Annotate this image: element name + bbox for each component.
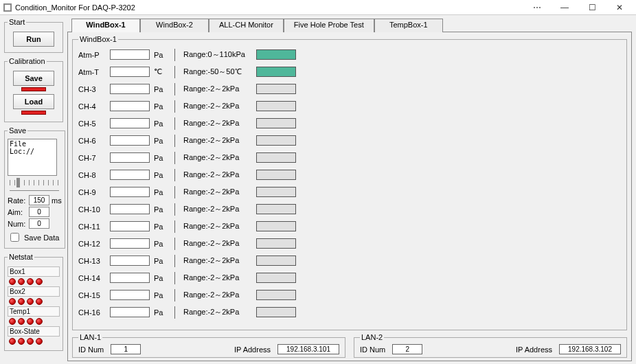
channel-unit: Pa [154, 51, 166, 59]
lan1-ip-label: IP Address [234, 345, 271, 354]
channel-value-input[interactable] [110, 152, 150, 163]
tab-windbox-1[interactable]: WindBox-1 [71, 19, 140, 32]
rate-slider-handle[interactable] [16, 178, 20, 187]
channel-row: CH-15PaRange:-2～2kPa [78, 286, 621, 304]
channel-unit: Pa [154, 188, 166, 196]
channel-unit: Pa [154, 223, 166, 231]
led-icon [36, 318, 43, 325]
channel-indicator [256, 204, 296, 214]
netstat-row-temp1: Temp1 [8, 306, 60, 325]
channel-value-input[interactable] [110, 84, 150, 94]
cal-save-button[interactable]: Save [13, 71, 54, 86]
run-button[interactable]: Run [13, 32, 54, 47]
led-icon [36, 278, 43, 285]
channel-row: CH-8PaRange:-2～2kPa [78, 166, 621, 183]
channel-name: CH-4 [78, 102, 106, 111]
channel-range: Range:-2～2kPa [183, 152, 252, 163]
save-group: Save File Loc:// Rate: ms Aim: Num: Save… [4, 126, 65, 249]
separator [174, 306, 175, 319]
channel-value-input[interactable] [110, 238, 150, 249]
lan1-legend: LAN-1 [78, 333, 102, 341]
channel-range: Range:-2～2kPa [183, 255, 252, 266]
channel-range: Range:-2～2kPa [183, 101, 252, 111]
separator [174, 135, 175, 147]
channel-range: Range:-2～2kPa [183, 204, 252, 214]
channel-indicator [256, 255, 296, 266]
lan1-id-label: ID Num [78, 345, 104, 354]
separator [174, 255, 175, 267]
close-button[interactable]: ✕ [606, 0, 633, 15]
cal-load-indicator [21, 111, 46, 115]
maximize-button[interactable]: ☐ [578, 0, 606, 15]
channel-range: Range:-2～2kPa [183, 238, 252, 249]
cal-save-indicator [21, 87, 46, 91]
channel-indicator [256, 170, 296, 180]
channel-value-input[interactable] [110, 101, 150, 111]
channel-unit: Pa [154, 102, 166, 111]
lan2-id-input[interactable] [392, 344, 422, 354]
window-title: Condition_Monitor For DAQ-P-3202 [15, 3, 135, 12]
separator [174, 238, 175, 250]
tab-all-ch-monitor[interactable]: ALL-CH Monitor [209, 19, 284, 32]
aim-input[interactable] [29, 207, 49, 217]
channel-range: Range:-2～2kPa [183, 118, 252, 128]
channel-indicator [256, 187, 296, 197]
channel-range: Range:0～110kPa [183, 49, 252, 60]
channel-value-input[interactable] [110, 221, 150, 231]
netstat-label: Box-State [8, 326, 60, 337]
dots-button[interactable]: ⋯ [523, 0, 551, 15]
channel-range: Range:-2～2kPa [183, 290, 252, 300]
tab-tempbox-1[interactable]: TempBox-1 [374, 19, 443, 32]
rate-unit: ms [52, 196, 62, 205]
separator [174, 169, 175, 181]
channel-value-input[interactable] [110, 118, 150, 128]
led-icon [36, 298, 43, 305]
channel-name: CH-15 [78, 291, 106, 299]
windbox-group: WindBox-1 Atm-PPaRange:0～110kPaAtm-T℃Ran… [72, 35, 627, 330]
channel-value-input[interactable] [110, 67, 150, 77]
lan1-id-input[interactable] [111, 344, 141, 354]
channel-row: CH-10PaRange:-2～2kPa [78, 201, 621, 218]
windbox-legend: WindBox-1 [78, 35, 118, 43]
channel-value-input[interactable] [110, 187, 150, 197]
tab-windbox-2[interactable]: WindBox-2 [140, 19, 209, 32]
channel-unit: Pa [154, 137, 166, 145]
channel-value-input[interactable] [110, 273, 150, 283]
tab-five-hole-probe-test[interactable]: Five Hole Probe Test [284, 19, 374, 32]
save-data-checkbox[interactable] [10, 233, 19, 242]
file-location-input[interactable]: File Loc:// [8, 139, 57, 176]
led-icon [18, 298, 25, 305]
channel-name: CH-5 [78, 120, 106, 128]
rate-input[interactable] [29, 195, 49, 205]
channel-range: Range:-2～2kPa [183, 84, 252, 94]
lan2-ip-input[interactable] [559, 344, 621, 354]
rate-slider[interactable] [10, 180, 59, 191]
netstat-group: Netstat Box1Box2Temp1Box-State [4, 253, 63, 351]
rate-label: Rate: [8, 196, 27, 205]
separator [174, 117, 175, 130]
channel-value-input[interactable] [110, 170, 150, 180]
channel-name: CH-11 [78, 223, 106, 231]
channel-value-input[interactable] [110, 204, 150, 214]
tabbar: WindBox-1WindBox-2ALL-CH MonitorFive Hol… [71, 18, 632, 32]
separator [174, 186, 175, 198]
channel-value-input[interactable] [110, 49, 150, 60]
start-group: Start Run [4, 18, 63, 53]
cal-load-button[interactable]: Load [13, 94, 54, 109]
num-input[interactable] [29, 218, 49, 229]
lan1-ip-input[interactable] [277, 344, 339, 354]
channel-value-input[interactable] [110, 290, 150, 300]
channel-indicator [256, 307, 296, 317]
separator [174, 289, 175, 302]
channel-unit: Pa [154, 154, 166, 162]
minimize-button[interactable]: — [551, 0, 578, 15]
channel-value-input[interactable] [110, 307, 150, 317]
channel-row: CH-12PaRange:-2～2kPa [78, 235, 621, 252]
tab-panel: WindBox-1 Atm-PPaRange:0～110kPaAtm-T℃Ran… [67, 32, 632, 361]
channel-value-input[interactable] [110, 255, 150, 266]
channel-value-input[interactable] [110, 135, 150, 146]
separator [174, 83, 175, 95]
channel-indicator [256, 273, 296, 283]
netstat-row-box-state: Box-State [8, 326, 60, 345]
channel-range: Range:-2～2kPa [183, 187, 252, 197]
